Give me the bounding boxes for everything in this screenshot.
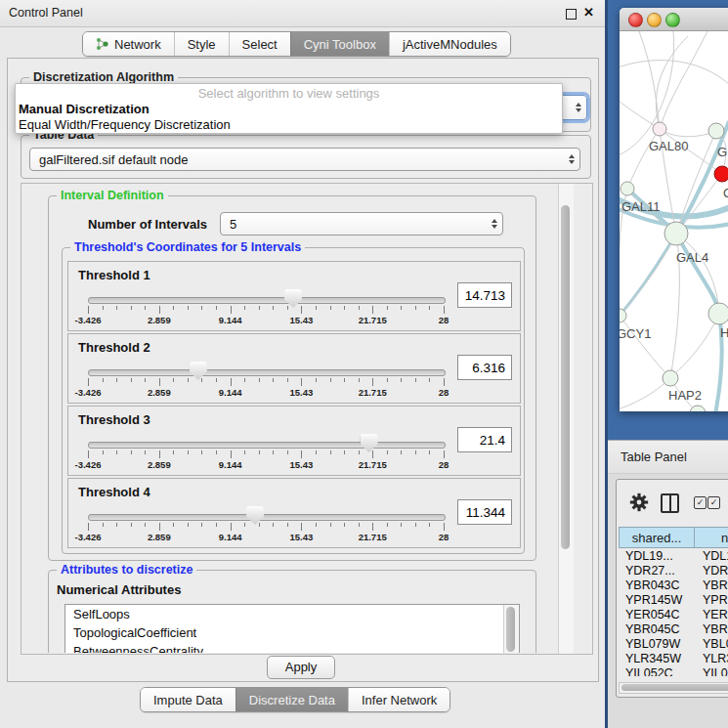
split-columns-icon[interactable]	[661, 493, 679, 513]
table-row[interactable]: YBL079WYBL0	[619, 637, 728, 652]
network-node[interactable]	[708, 303, 728, 324]
table-row[interactable]: YBR043CYBR0	[619, 578, 728, 593]
table-data-combobox[interactable]: galFiltered.sif default node	[29, 148, 580, 171]
tick-label: 21.715	[359, 532, 387, 542]
dropdown-option[interactable]: Manual Discretization	[16, 102, 562, 117]
network-edge[interactable]	[620, 234, 676, 324]
attribute-item[interactable]: SelfLoops	[65, 605, 519, 623]
network-node[interactable]	[714, 166, 728, 182]
node-label: G	[717, 145, 727, 159]
tab-label: Network	[114, 37, 161, 52]
tab-infer-network[interactable]: Infer Network	[348, 688, 450, 711]
dropdown-option[interactable]: Equal Width/Frequency Discretization	[16, 117, 562, 133]
attributes-list[interactable]: SelfLoopsTopologicalCoefficientBetweenne…	[64, 604, 520, 653]
network-edge[interactable]	[620, 378, 670, 410]
tab-impute-data[interactable]: Impute Data	[141, 688, 236, 711]
network-edge[interactable]	[656, 36, 688, 129]
network-node[interactable]	[690, 406, 706, 411]
slider-track[interactable]	[88, 514, 446, 521]
tick-mark	[387, 450, 388, 454]
network-edge[interactable]	[660, 31, 707, 129]
network-node[interactable]	[663, 370, 678, 386]
close-icon[interactable]: ✕	[583, 5, 594, 20]
network-node[interactable]	[708, 123, 724, 139]
checkbox-icon[interactable]: ✓	[707, 496, 720, 509]
stepper-icon	[569, 154, 575, 164]
table-row[interactable]: YIL052CYIL0	[619, 666, 728, 676]
threshold-value-field[interactable]: 6.316	[457, 355, 512, 380]
scrollbar-thumb[interactable]	[561, 205, 570, 549]
table-row[interactable]: YPR145WYPR1	[619, 593, 728, 608]
bottom-tab-bar: Impute DataDiscretize DataInfer Network	[140, 687, 450, 712]
network-node[interactable]	[621, 182, 634, 195]
tick-mark	[330, 523, 331, 527]
tick-mark	[344, 378, 345, 382]
network-window[interactable]: GAL80GCGAL11GAL4GCY1HHAP2	[620, 8, 728, 411]
tick-mark	[131, 523, 132, 527]
attribute-item[interactable]: BetweennessCentrality	[65, 642, 519, 653]
float-icon[interactable]	[566, 9, 577, 20]
network-edge[interactable]	[620, 90, 660, 129]
table-row[interactable]: YDR27...YDR2	[619, 564, 728, 578]
tick-mark	[359, 450, 360, 454]
tab-select[interactable]: Select	[229, 32, 290, 56]
column-header-name[interactable]: n	[694, 527, 728, 548]
scrollbar-thumb[interactable]	[506, 607, 515, 652]
network-edge[interactable]	[620, 316, 670, 378]
apply-button[interactable]: Apply	[267, 656, 335, 679]
network-edge[interactable]	[676, 234, 719, 314]
tick-mark	[387, 378, 388, 382]
slider-ticks	[88, 523, 444, 532]
threshold-value-field[interactable]: 11.344	[457, 499, 512, 525]
table-row[interactable]: YDL19...YDL1	[619, 549, 728, 564]
table-row[interactable]: YBR045CYBR0	[619, 622, 728, 637]
tick-mark	[444, 523, 445, 531]
tab-style[interactable]: Style	[174, 32, 229, 56]
tab-jactivemnodules[interactable]: jActiveMNodules	[389, 32, 510, 56]
tick-mark	[359, 306, 360, 310]
attributes-list-scrollbar[interactable]	[503, 605, 519, 653]
scrollbar-thumb[interactable]	[621, 684, 728, 691]
column-header-shared[interactable]: shared...	[619, 527, 695, 548]
tick-mark	[188, 450, 189, 454]
table-row[interactable]: YLR345WYLR3	[619, 652, 728, 666]
slider-track[interactable]	[88, 442, 446, 449]
network-node[interactable]	[664, 222, 688, 245]
tick-mark	[159, 306, 160, 314]
table-row[interactable]: YER054CYER0	[619, 608, 728, 622]
tab-cyni-toolbox[interactable]: Cyni Toolbox	[290, 32, 389, 56]
close-traffic-light-icon[interactable]	[628, 13, 643, 27]
tick-label: 9.144	[219, 315, 242, 325]
slider-tick-labels: -3.4262.8599.14415.4321.71528	[88, 459, 444, 471]
zoom-traffic-light-icon[interactable]	[665, 13, 680, 27]
number-of-intervals-combobox[interactable]: 5	[220, 212, 503, 236]
threshold-value-field[interactable]: 14.713	[457, 282, 512, 308]
app-root: Control Panel ✕ NetworkStyleSelectCyni T…	[0, 0, 728, 728]
slider-track[interactable]	[88, 369, 446, 376]
minimize-traffic-light-icon[interactable]	[647, 13, 662, 27]
network-canvas[interactable]: GAL80GCGAL11GAL4GCY1HHAP2	[620, 31, 728, 411]
tab-network[interactable]: Network	[83, 32, 174, 56]
checkbox-icon[interactable]: ✓	[694, 496, 707, 509]
network-edge[interactable]	[620, 61, 728, 90]
attribute-item[interactable]: TopologicalCoefficient	[65, 623, 519, 642]
group-title: Interval Definition	[57, 189, 168, 202]
slider-track[interactable]	[88, 297, 446, 304]
tick-mark	[145, 306, 146, 310]
cell-name: YBL0	[703, 637, 728, 651]
tick-mark	[216, 378, 217, 382]
tick-mark	[387, 523, 388, 527]
threshold-value-field[interactable]: 21.4	[457, 427, 512, 452]
tick-mark	[188, 378, 189, 382]
network-node[interactable]	[653, 122, 666, 136]
gear-icon[interactable]	[628, 492, 650, 513]
node-label: GAL80	[649, 139, 688, 153]
tick-mark	[131, 378, 132, 382]
tab-discretize-data[interactable]: Discretize Data	[236, 688, 348, 711]
network-window-titlebar[interactable]	[620, 8, 728, 31]
table-horizontal-scrollbar[interactable]	[619, 682, 728, 694]
network-node[interactable]	[620, 309, 626, 322]
settings-vertical-scrollbar[interactable]	[558, 184, 574, 654]
tick-mark	[415, 450, 416, 454]
tick-mark	[159, 378, 160, 386]
